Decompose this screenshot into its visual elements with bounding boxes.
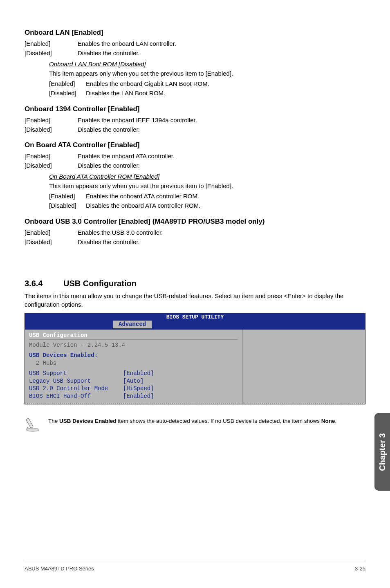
sub-text: This item appears only when you set the …: [49, 69, 365, 78]
sub-kv: [Disabled] Disables the LAN Boot ROM.: [49, 89, 365, 98]
section-onboard-lan: Onboard LAN [Enabled] [Enabled] Enables …: [25, 29, 365, 98]
sub-key: [Enabled]: [49, 79, 86, 89]
bios-body: USB Configuration Module Version - 2.24.…: [25, 330, 365, 404]
sub-heading: On Board ATA Controller ROM [Enabled]: [49, 173, 365, 180]
sub-text: This item appears only when you set the …: [49, 182, 365, 190]
kv-row: [Disabled] Disables the controller.: [25, 49, 365, 57]
sub-key: [Enabled]: [49, 192, 86, 201]
kv-val: Disables the controller.: [78, 125, 365, 134]
kv-row: [Enabled] Enables the onboard ATA contro…: [25, 152, 365, 160]
chapter-label: Chapter 3: [378, 433, 387, 471]
kv-key: [Enabled]: [25, 152, 78, 160]
sub-val: Enables the onboard ATA controller ROM.: [86, 192, 365, 201]
kv-key: [Enabled]: [25, 228, 78, 237]
bios-setting-label: Legacy USB Support: [29, 377, 123, 385]
bios-left-pane: USB Configuration Module Version - 2.24.…: [25, 330, 242, 404]
kv-key: [Enabled]: [25, 116, 78, 124]
heading-onboard-lan: Onboard LAN [Enabled]: [25, 29, 365, 37]
bios-setting-value: [Enabled]: [123, 370, 154, 377]
kv-key: [Disabled]: [25, 238, 78, 246]
note-bold-2: None: [321, 418, 335, 424]
note-post: .: [335, 418, 337, 424]
kv-row: [Disabled] Disables the controller.: [25, 161, 365, 170]
chapter-side-tab: Chapter 3: [374, 413, 390, 491]
heading-onboard-usb3: Onboard USB 3.0 Controller [Enabled] (M4…: [25, 218, 365, 226]
bios-setting-value: [HiSpeed]: [123, 385, 154, 392]
bios-setting-label: USB 2.0 Controller Mode: [29, 385, 123, 393]
bios-devices-heading: USB Devices Enabled:: [29, 352, 238, 359]
bios-devices-line: 2 Hubs: [29, 359, 238, 367]
bios-right-pane: [242, 330, 365, 404]
heading-usb-config: 3.6.4USB Configuration: [25, 279, 365, 288]
bios-setting-row: BIOS EHCI Hand-Off[Enabled]: [29, 393, 238, 400]
note-row: The USB Devices Enabled item shows the a…: [25, 416, 365, 434]
kv-val: Enables the onboard IEEE 1394a controlle…: [78, 116, 365, 124]
kv-val: Enables the USB 3.0 controller.: [78, 228, 365, 237]
sub-kv: [Enabled] Enables the onboard ATA contro…: [49, 192, 365, 201]
sub-key: [Disabled]: [49, 89, 86, 98]
bios-setting-label: BIOS EHCI Hand-Off: [29, 393, 123, 400]
bios-bottom-border: [25, 404, 365, 404]
footer-left: ASUS M4A89TD PRO Series: [25, 566, 94, 572]
kv-key: [Disabled]: [25, 125, 78, 134]
sub-block: On Board ATA Controller ROM [Enabled] Th…: [49, 173, 365, 210]
section-onboard-1394: Onboard 1394 Controller [Enabled] [Enabl…: [25, 105, 365, 134]
sub-val: Enables the onboard Gigabit LAN Boot ROM…: [86, 79, 365, 89]
svg-marker-2: [26, 427, 29, 429]
kv-row: [Enabled] Enables the onboard IEEE 1394a…: [25, 116, 365, 124]
bios-setting-row: USB 2.0 Controller Mode[HiSpeed]: [29, 385, 238, 393]
kv-val: Disables the controller.: [78, 238, 365, 246]
bios-setting-label: USB Support: [29, 370, 123, 377]
svg-point-0: [26, 428, 39, 431]
sub-block: Onboard LAN Boot ROM [Disabled] This ite…: [49, 61, 365, 98]
kv-val: Enables the onboard ATA controller.: [78, 152, 365, 160]
kv-key: [Disabled]: [25, 161, 78, 170]
bios-setting-value: [Enabled]: [123, 393, 154, 399]
kv-val: Disables the controller.: [78, 49, 365, 57]
svg-rect-1: [26, 418, 33, 428]
note-text: The USB Devices Enabled item shows the a…: [48, 416, 336, 425]
kv-row: [Enabled] Enables the onboard LAN contro…: [25, 39, 365, 48]
sub-val: Disables the LAN Boot ROM.: [86, 89, 365, 98]
section-onboard-usb3: Onboard USB 3.0 Controller [Enabled] (M4…: [25, 218, 365, 246]
bios-header: BIOS SETUP UTILITY Advanced: [25, 313, 365, 330]
bios-module-version: Module Version - 2.24.5-13.4: [29, 341, 238, 349]
bios-setting-value: [Auto]: [123, 378, 143, 384]
kv-key: [Enabled]: [25, 39, 78, 48]
sub-key: [Disabled]: [49, 201, 86, 211]
bios-title: BIOS SETUP UTILITY: [25, 313, 365, 320]
heading-onboard-1394: Onboard 1394 Controller [Enabled]: [25, 105, 365, 113]
kv-val: Enables the onboard LAN controller.: [78, 39, 365, 48]
note-bold-1: USB Devices Enabled: [59, 418, 117, 424]
kv-row: [Enabled] Enables the USB 3.0 controller…: [25, 228, 365, 237]
bios-setting-row: Legacy USB Support[Auto]: [29, 377, 238, 385]
kv-row: [Disabled] Disables the controller.: [25, 125, 365, 134]
sub-heading: Onboard LAN Boot ROM [Disabled]: [49, 61, 365, 67]
section-usb-configuration: 3.6.4USB Configuration The items in this…: [25, 279, 365, 434]
usb-config-intro: The items in this menu allow you to chan…: [25, 292, 365, 309]
sub-kv: [Disabled] Disables the onboard ATA cont…: [49, 201, 365, 211]
kv-val: Disables the controller.: [78, 161, 365, 170]
kv-key: [Disabled]: [25, 49, 78, 57]
heading-title: USB Configuration: [63, 279, 137, 288]
bios-config-title: USB Configuration: [29, 332, 238, 340]
note-pre: The: [48, 418, 59, 424]
sub-val: Disables the onboard ATA controller ROM.: [86, 201, 365, 211]
section-onboard-ata: On Board ATA Controller [Enabled] [Enabl…: [25, 141, 365, 210]
bios-setting-row: USB Support[Enabled]: [29, 370, 238, 377]
heading-number: 3.6.4: [25, 279, 63, 288]
heading-onboard-ata: On Board ATA Controller [Enabled]: [25, 141, 365, 149]
note-mid: item shows the auto-detected values. If …: [117, 418, 321, 424]
footer-right: 3-25: [355, 566, 365, 572]
kv-row: [Disabled] Disables the controller.: [25, 238, 365, 246]
sub-kv: [Enabled] Enables the onboard Gigabit LA…: [49, 79, 365, 89]
bios-tab-advanced: Advanced: [113, 321, 152, 328]
page-footer: ASUS M4A89TD PRO Series 3-25: [25, 562, 365, 572]
bios-setup-screenshot: BIOS SETUP UTILITY Advanced USB Configur…: [25, 313, 365, 404]
pencil-note-icon: [25, 416, 41, 434]
